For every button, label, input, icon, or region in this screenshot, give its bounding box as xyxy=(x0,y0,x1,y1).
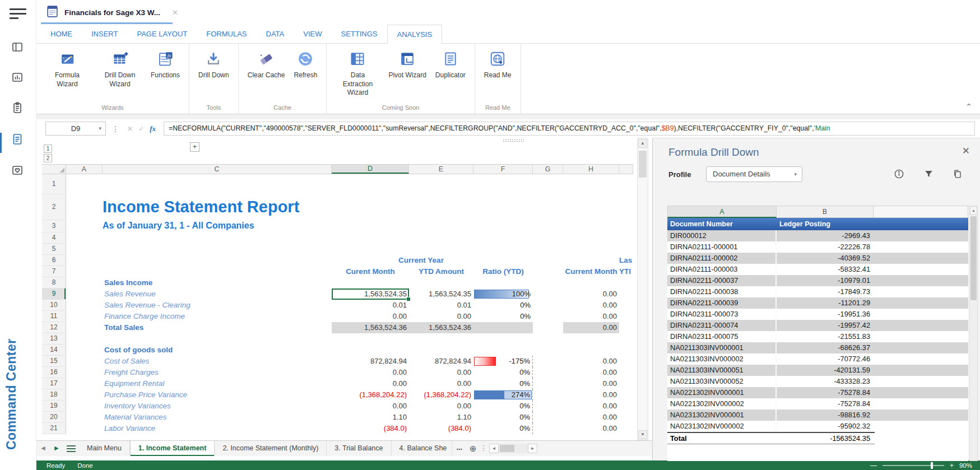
drilldown-row[interactable]: NA0221302INV000001-75278.84 xyxy=(667,387,968,398)
sheet-tab-2-income-statement-monthly[interactable]: 2. Income Statement (Monthly) xyxy=(215,441,327,456)
cell-D15[interactable]: 872,824.94 xyxy=(332,356,409,367)
row-header-6[interactable]: 6 xyxy=(42,255,66,266)
cell-I14[interactable] xyxy=(619,345,633,356)
ribbon-tab-analysis[interactable]: ANALYSIS xyxy=(387,25,443,44)
cell-H11[interactable]: 0.00 xyxy=(563,311,619,322)
drill-down-wizard-button[interactable]: Drill Down Wizard xyxy=(94,49,146,90)
cell-H14[interactable] xyxy=(563,345,619,356)
refresh-button[interactable]: Refresh xyxy=(289,49,322,81)
cell-C21[interactable]: Labor Variance xyxy=(103,423,332,434)
panel-scrollbar[interactable]: ▲ xyxy=(969,206,978,461)
cell-H18[interactable]: 0.00 xyxy=(563,389,619,401)
cell-E9[interactable]: 1,563,524.35 xyxy=(409,288,473,300)
header-curent-month[interactable]: Curent Month xyxy=(332,266,409,277)
filter-funnel-icon[interactable] xyxy=(923,169,935,180)
cell-F13[interactable] xyxy=(473,333,533,345)
cell-E19[interactable]: 0.00 xyxy=(409,401,473,412)
row-header-14[interactable]: 14 xyxy=(42,345,66,356)
cell-F14[interactable] xyxy=(473,345,533,356)
cell-D3[interactable] xyxy=(332,220,409,232)
cell-G11[interactable] xyxy=(533,311,563,322)
column-header-C[interactable]: C xyxy=(103,165,332,174)
drilldown-row[interactable]: NA0211303INV000052-433328.23 xyxy=(667,376,968,387)
cell-G13[interactable] xyxy=(533,333,563,345)
cell-I15[interactable] xyxy=(619,356,633,367)
drilldown-row[interactable]: NA0211303INV000051-420131.59 xyxy=(667,365,968,376)
cell-I21[interactable] xyxy=(619,423,633,434)
cell-D20[interactable]: 1.10 xyxy=(332,412,409,423)
cell-I13[interactable] xyxy=(619,333,633,345)
cell-C20[interactable]: Material Variances xyxy=(103,412,332,423)
cell-I11[interactable] xyxy=(619,311,633,322)
cell-I5[interactable] xyxy=(619,244,633,255)
cell-A2[interactable] xyxy=(66,194,103,220)
zoom-slider-thumb[interactable] xyxy=(931,462,933,469)
cell-H19[interactable]: 0.00 xyxy=(563,401,619,412)
header-ytd-amount[interactable]: YTD Amount xyxy=(409,266,473,277)
next-sheet-icon[interactable]: ► xyxy=(50,441,63,456)
cell-G3[interactable] xyxy=(533,220,563,232)
row-header-18[interactable]: 18 xyxy=(42,389,66,401)
cell-D13[interactable] xyxy=(332,333,409,345)
cell-C14[interactable]: Cost of goods sold xyxy=(103,345,332,356)
drilldown-row[interactable]: NA0211303INV000001-68626.37 xyxy=(667,342,968,353)
info-icon[interactable] xyxy=(894,169,905,180)
cell-G18[interactable] xyxy=(533,389,563,401)
ribbon-tab-view[interactable]: VIEW xyxy=(294,25,331,43)
cell-G1[interactable] xyxy=(533,174,563,194)
copy-icon[interactable] xyxy=(952,169,963,180)
cell-H2[interactable] xyxy=(563,194,619,220)
name-box[interactable]: D9 ▾ xyxy=(45,122,106,136)
row-header-21[interactable]: 21 xyxy=(42,423,66,434)
drilldown-row[interactable]: DIRNA02111-000003-58332.41 xyxy=(667,264,968,275)
cell-I20[interactable] xyxy=(619,412,633,423)
cell-G21[interactable] xyxy=(533,423,563,434)
cell-E14[interactable] xyxy=(409,345,473,356)
scroll-down-icon[interactable]: ▼ xyxy=(638,430,647,439)
cell-H17[interactable]: 0.00 xyxy=(563,378,619,389)
drilldown-row[interactable]: DIR000012-2969.43 xyxy=(667,230,968,241)
cell-C7[interactable] xyxy=(103,266,332,277)
cell-A3[interactable] xyxy=(66,220,103,232)
cell-H12[interactable]: 0.00 xyxy=(563,322,619,333)
cell-C10[interactable]: Sales Revenue - Clearing xyxy=(103,300,332,311)
hamburger-menu-icon[interactable] xyxy=(10,8,26,21)
drilldown-col-b[interactable]: B xyxy=(777,206,874,218)
ribbon-tab-data[interactable]: DATA xyxy=(257,25,294,43)
cell-F8[interactable] xyxy=(473,277,533,288)
cell-A13[interactable] xyxy=(66,333,103,345)
drilldown-row[interactable]: NA0221302INV000002-75278.84 xyxy=(667,398,968,409)
ribbon-tab-page-layout[interactable]: PAGE LAYOUT xyxy=(127,25,197,43)
cell-H1[interactable] xyxy=(563,174,619,194)
cell-E13[interactable] xyxy=(409,333,473,345)
add-sheet-icon[interactable]: ⊕ xyxy=(467,441,479,456)
cell-A18[interactable] xyxy=(66,389,103,401)
cell-D5[interactable] xyxy=(332,244,409,255)
cell-C2[interactable]: Income Statement Report xyxy=(103,194,332,220)
cell-A6[interactable] xyxy=(66,255,103,266)
sheet-tab-1-income-statement[interactable]: 1. Income Statement xyxy=(130,441,215,456)
cell-E8[interactable] xyxy=(409,277,473,288)
horizontal-scroll-thumb[interactable] xyxy=(500,445,514,452)
cell-clipped-7[interactable]: YTI xyxy=(619,266,633,277)
row-header-17[interactable]: 17 xyxy=(42,378,66,389)
cell-D1[interactable] xyxy=(332,174,409,194)
ribbon-tab-settings[interactable]: SETTINGS xyxy=(331,25,387,43)
drilldown-row[interactable]: NA0231302INV000001-98816.92 xyxy=(667,409,968,421)
cell-H8[interactable] xyxy=(563,277,619,288)
cell-D19[interactable]: 0.00 xyxy=(332,401,409,412)
cell-C19[interactable]: Inventory Variances xyxy=(103,401,332,412)
cell-E20[interactable]: 1.10 xyxy=(409,412,473,423)
cell-E4[interactable] xyxy=(409,232,473,244)
cancel-entry-icon[interactable]: ✕ xyxy=(127,125,133,133)
row-header-19[interactable]: 19 xyxy=(42,401,66,412)
cell-I17[interactable] xyxy=(619,378,633,389)
row-header-10[interactable]: 10 xyxy=(42,300,66,311)
cell-F3[interactable] xyxy=(473,220,533,232)
cell-E18[interactable]: (1,368,204.22) xyxy=(409,389,473,401)
confirm-entry-icon[interactable]: ✓ xyxy=(138,125,144,133)
cell-F17[interactable]: 0% xyxy=(473,378,533,389)
cell-G8[interactable] xyxy=(533,277,563,288)
cell-C18[interactable]: Purchase Price Variance xyxy=(103,389,332,401)
header-ratio-ytd[interactable]: Ratio (YTD) xyxy=(473,266,533,277)
